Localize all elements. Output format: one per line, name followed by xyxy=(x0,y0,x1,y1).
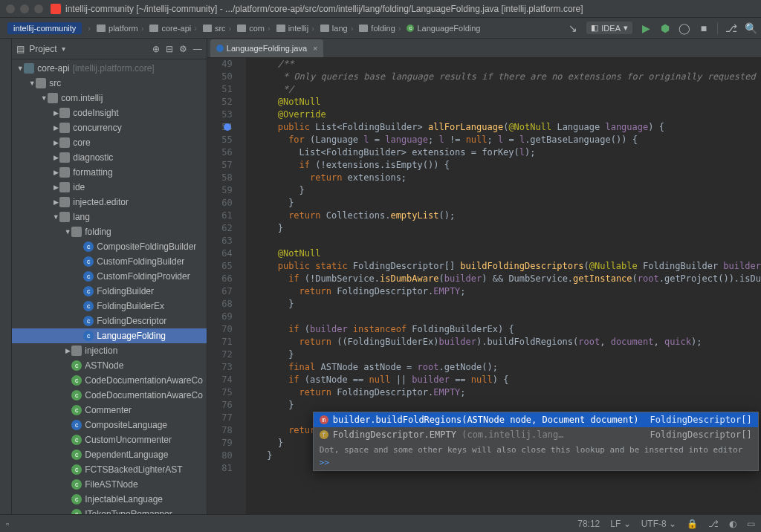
git-icon[interactable]: ⎇ xyxy=(725,22,737,34)
tree-label: src xyxy=(49,78,61,88)
line-separator[interactable]: LF ⌄ xyxy=(610,519,630,529)
gear-icon[interactable]: ⚙ xyxy=(179,44,187,54)
tree-item[interactable]: cCommenter xyxy=(12,403,207,418)
code-editor[interactable]: 4950515253545556575859606162636465666768… xyxy=(207,58,761,514)
inspection-icon[interactable]: ◐ xyxy=(729,519,736,529)
tree-item[interactable]: cCustomFoldingProvider xyxy=(12,269,207,284)
arrow-left-icon[interactable]: ↘ xyxy=(567,22,579,34)
disclosure-icon[interactable] xyxy=(64,347,71,354)
tree-item[interactable]: cCodeDocumentationAwareCo xyxy=(12,373,207,388)
tree-item[interactable]: ide xyxy=(12,180,207,195)
disclosure-icon[interactable] xyxy=(52,124,59,132)
disclosure-icon[interactable] xyxy=(52,213,59,221)
close-icon[interactable] xyxy=(6,4,15,13)
tree-item[interactable]: cCompositeLanguage xyxy=(12,418,207,432)
breadcrumb-item[interactable]: com xyxy=(234,20,273,36)
tree-item[interactable]: cITokenTypeRemapper xyxy=(12,507,207,514)
tree-item[interactable]: cFoldingBuilder xyxy=(12,284,207,299)
close-icon[interactable]: × xyxy=(313,44,317,53)
tree-item[interactable]: injected.editor xyxy=(12,195,207,210)
class-icon: c xyxy=(407,25,414,32)
disclosure-icon[interactable] xyxy=(52,184,59,191)
tree-item[interactable]: cCodeDocumentationAwareCo xyxy=(12,388,207,403)
tree-item[interactable]: cLanguageFolding xyxy=(12,328,207,343)
run-icon[interactable]: ▶ xyxy=(640,22,652,34)
folder-icon xyxy=(320,25,329,32)
zoom-icon[interactable] xyxy=(34,4,43,13)
tree-item[interactable]: src xyxy=(12,76,207,91)
tree-item[interactable]: cASTNode xyxy=(12,358,207,373)
tree-item[interactable]: cCustomUncommenter xyxy=(12,432,207,447)
tree-item[interactable]: cFileASTNode xyxy=(12,477,207,492)
tree-item[interactable]: formatting xyxy=(12,165,207,180)
tree-item[interactable]: codeInsight xyxy=(12,106,207,120)
breadcrumb-item[interactable]: core-api xyxy=(146,20,199,36)
tab-languagefolding[interactable]: LanguageFolding.java × xyxy=(210,39,324,57)
memory-icon[interactable]: ▭ xyxy=(747,519,755,529)
tree-item[interactable]: lang xyxy=(12,210,207,224)
tree-label: injected.editor xyxy=(73,197,129,207)
override-gutter-icon[interactable] xyxy=(224,123,231,131)
run-configuration[interactable]: ◧ IDEA ▾ xyxy=(586,22,632,34)
tree-item[interactable]: cFoldingDescriptor xyxy=(12,314,207,328)
tree-item[interactable]: core-api[intellij.platform.core] xyxy=(12,61,207,76)
tree-item[interactable]: injection xyxy=(12,343,207,358)
minimize-icon[interactable] xyxy=(20,4,29,13)
completion-item[interactable]: f FoldingDescriptor.EMPTY (com.intellij.… xyxy=(314,427,758,442)
breadcrumb-item[interactable]: intellij-community xyxy=(4,20,94,36)
tree-item[interactable]: com.intellij xyxy=(12,91,207,106)
breadcrumb-item[interactable]: src xyxy=(200,20,234,36)
completion-text: builder.buildFoldRegions(ASTNode node, D… xyxy=(333,414,639,426)
file-encoding[interactable]: UTF-8 ⌄ xyxy=(641,519,676,529)
caret-position[interactable]: 78:12 xyxy=(577,519,600,529)
disclosure-icon[interactable] xyxy=(52,198,59,206)
disclosure-icon[interactable] xyxy=(64,228,71,236)
disclosure-icon[interactable] xyxy=(40,94,48,102)
tree-item[interactable]: cInjectableLanguage xyxy=(12,492,207,507)
project-tool-title[interactable]: Project xyxy=(29,44,56,54)
debug-icon[interactable]: ⬢ xyxy=(659,22,671,34)
project-tree[interactable]: core-api[intellij.platform.core]srccom.i… xyxy=(12,59,207,514)
completion-popup[interactable]: m builder.buildFoldRegions(ASTNode node,… xyxy=(313,412,759,471)
tree-item[interactable]: cCompositeFoldingBuilder xyxy=(12,239,207,254)
tree-label: formatting xyxy=(73,167,112,178)
tree-label: ide xyxy=(73,182,85,192)
folder-icon xyxy=(59,167,70,178)
search-icon[interactable]: 🔍 xyxy=(745,22,757,34)
tree-item[interactable]: cFCTSBackedLighterAST xyxy=(12,462,207,477)
tree-item[interactable]: diagnostic xyxy=(12,150,207,165)
tree-item[interactable]: concurrency xyxy=(12,120,207,135)
stop-icon[interactable]: ■ xyxy=(698,22,710,34)
disclosure-icon[interactable] xyxy=(16,65,24,72)
disclosure-icon[interactable] xyxy=(52,154,59,161)
disclosure-icon[interactable] xyxy=(52,169,59,176)
tree-item[interactable]: cFoldingBuilderEx xyxy=(12,299,207,314)
breadcrumb-item[interactable]: folding xyxy=(356,20,404,36)
disclosure-icon[interactable] xyxy=(28,80,36,87)
git-icon[interactable]: ⎇ xyxy=(708,519,719,529)
project-errors-icon[interactable]: ▫ xyxy=(6,519,9,529)
class-icon: c xyxy=(71,405,82,415)
coverage-icon[interactable]: ◯ xyxy=(679,22,690,34)
project-view-icon[interactable]: ▤ xyxy=(16,44,25,54)
disclosure-icon[interactable] xyxy=(52,139,59,146)
scroll-from-source-icon[interactable]: ⊕ xyxy=(152,44,160,54)
chevron-down-icon[interactable]: ▾ xyxy=(62,45,65,53)
breadcrumb-item[interactable]: intellij xyxy=(273,20,317,36)
tree-item[interactable]: cCustomFoldingBuilder xyxy=(12,254,207,269)
class-icon: c xyxy=(83,286,94,296)
breadcrumb-item[interactable]: cLanguageFolding xyxy=(404,20,486,36)
tree-item[interactable]: cDependentLanguage xyxy=(12,447,207,462)
disclosure-icon[interactable] xyxy=(52,109,59,117)
lock-icon[interactable]: 🔒 xyxy=(687,519,698,529)
tree-item[interactable]: core xyxy=(12,135,207,150)
line-gutter[interactable]: 4950515253545556575859606162636465666768… xyxy=(207,58,246,514)
window-controls[interactable] xyxy=(6,4,43,13)
completion-item[interactable]: m builder.buildFoldRegions(ASTNode node,… xyxy=(314,412,758,427)
completion-hint-link[interactable]: >> xyxy=(320,458,329,467)
breadcrumb-item[interactable]: platform xyxy=(94,20,146,36)
breadcrumb-item[interactable]: lang xyxy=(317,20,356,36)
tree-item[interactable]: folding xyxy=(12,224,207,239)
hide-icon[interactable]: — xyxy=(193,44,202,54)
collapse-icon[interactable]: ⊟ xyxy=(166,44,173,54)
